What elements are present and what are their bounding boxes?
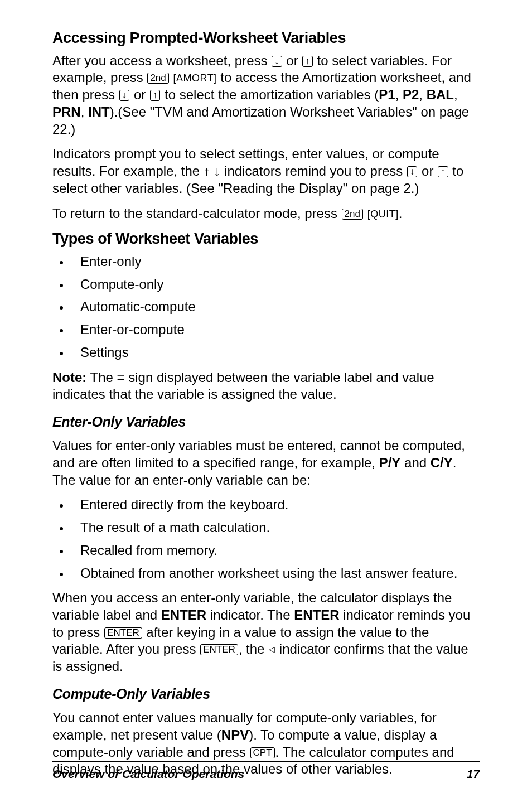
second-key-icon: 2nd xyxy=(342,209,363,220)
text: to select the amortization variables ( xyxy=(161,87,379,102)
para: To return to the standard-calculator mod… xyxy=(52,205,480,223)
footer-chapter-title: Overview of Calculator Operations xyxy=(52,767,244,781)
note-label: Note: xyxy=(52,370,86,385)
text: The xyxy=(86,370,117,385)
list-item: Recalled from memory. xyxy=(70,542,480,559)
second-key-icon: 2nd xyxy=(147,72,168,84)
down-key-icon: ↓ xyxy=(407,166,418,177)
var-enter: ENTER xyxy=(294,607,339,622)
note-para: Note: The = sign displayed between the v… xyxy=(52,369,480,403)
para: Indicators prompt you to select settings… xyxy=(52,146,480,197)
down-key-icon: ↓ xyxy=(272,56,282,67)
para: When you access an enter-only variable, … xyxy=(52,589,480,675)
text: indicators remind you to press xyxy=(220,163,406,178)
page: Accessing Prompted-Worksheet Variables A… xyxy=(0,0,532,812)
page-footer: Overview of Calculator Operations 17 xyxy=(52,761,480,781)
list-item: Compute-only xyxy=(70,276,480,293)
text: , xyxy=(454,87,458,102)
list-item: Obtained from another worksheet using th… xyxy=(70,565,480,582)
quit-function: [QUIT] xyxy=(367,209,399,220)
up-key-icon: ↑ xyxy=(438,166,448,177)
var-prn: PRN xyxy=(52,104,81,119)
text: , xyxy=(419,87,426,102)
cpt-key-icon: CPT xyxy=(250,747,275,758)
list-item: Automatic-compute xyxy=(70,298,480,316)
var-enter: ENTER xyxy=(161,607,206,622)
text: After you access a worksheet, press xyxy=(52,53,271,68)
amort-function: [AMORT] xyxy=(173,72,216,84)
var-bal: BAL xyxy=(427,87,454,102)
text: or xyxy=(418,163,437,178)
para: After you access a worksheet, press ↓ or… xyxy=(52,52,480,138)
up-key-icon: ↑ xyxy=(150,90,161,101)
text: or xyxy=(283,53,302,68)
variable-types-list: Enter-only Compute-only Automatic-comput… xyxy=(52,253,480,361)
arrows-updown: ↑ ↓ xyxy=(204,163,221,178)
text: To return to the standard-calculator mod… xyxy=(52,206,341,221)
enter-key-icon: ENTER xyxy=(104,627,142,639)
footer-page-number: 17 xyxy=(467,767,480,781)
heading-compute-only: Compute-Only Variables xyxy=(52,685,480,703)
up-key-icon: ↑ xyxy=(302,56,313,67)
heading-accessing-prompted: Accessing Prompted-Worksheet Variables xyxy=(52,29,480,48)
var-cy: C/Y xyxy=(431,455,453,470)
var-int: INT xyxy=(88,104,110,119)
down-key-icon: ↓ xyxy=(119,90,130,101)
list-item: Enter-only xyxy=(70,253,480,270)
list-item: Settings xyxy=(70,344,480,361)
list-item: Entered directly from the keyboard. xyxy=(70,496,480,514)
text: ).(See "TVM and Amortization Worksheet V… xyxy=(52,104,469,137)
text: . xyxy=(399,206,403,221)
text: and xyxy=(400,455,430,470)
var-p2: P2 xyxy=(403,87,419,102)
para: Values for enter-only variables must be … xyxy=(52,437,480,489)
text: , the xyxy=(239,641,268,656)
var-p1: P1 xyxy=(379,87,395,102)
triangle-indicator-icon: ◁ xyxy=(269,645,275,655)
heading-types-of-variables: Types of Worksheet Variables xyxy=(52,230,480,249)
list-item: Enter-or-compute xyxy=(70,321,480,339)
text: , xyxy=(395,87,403,102)
var-npv: NPV xyxy=(221,727,249,742)
text: or xyxy=(130,87,149,102)
equals-sign: = xyxy=(117,370,125,385)
var-py: P/Y xyxy=(379,455,401,470)
list-item: The result of a math calculation. xyxy=(70,519,480,536)
enter-key-icon: ENTER xyxy=(200,644,238,655)
heading-enter-only: Enter-Only Variables xyxy=(52,413,480,431)
text: indicator. The xyxy=(206,607,294,622)
enter-only-list: Entered directly from the keyboard. The … xyxy=(52,496,480,582)
text: , xyxy=(81,104,88,119)
